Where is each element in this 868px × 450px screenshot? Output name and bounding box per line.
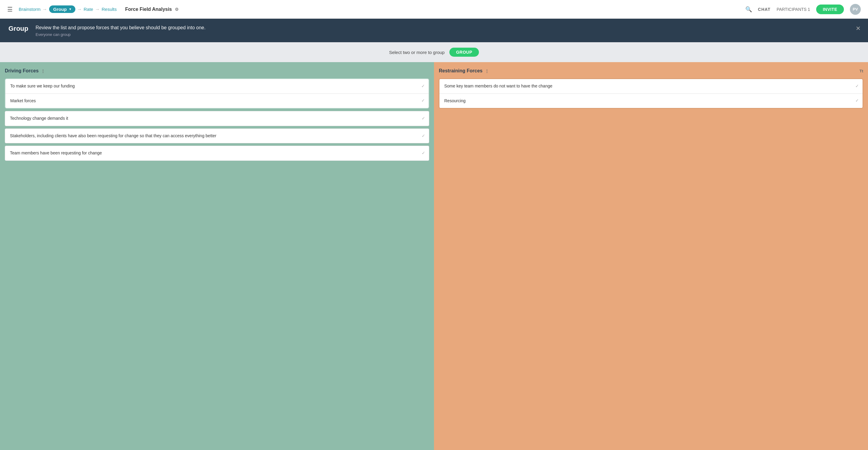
restraining-forces-info-icon[interactable]: ⋮ (485, 69, 489, 73)
nav-step-results[interactable]: Results (101, 7, 117, 12)
card-df5[interactable]: Team members have been requesting for ch… (5, 146, 429, 161)
restraining-forces-column: Restraining Forces ⋮ Tt Some key team me… (434, 62, 868, 450)
tt-icon[interactable]: Tt (860, 69, 863, 73)
step-arrow-2: → (77, 7, 82, 12)
close-icon[interactable]: ✕ (856, 25, 861, 32)
restraining-forces-title: Restraining Forces (439, 68, 483, 73)
check-icon-df1: ✓ (421, 83, 425, 89)
participants-label[interactable]: PARTICIPANTS 1 (777, 7, 810, 12)
group-banner-sub-text: Everyone can group (36, 32, 860, 37)
nav-steps: Brainstorm → Group ▾ → Rate → Results (19, 5, 117, 13)
group-banner-text: Review the list and propose forces that … (36, 24, 860, 37)
card-df1[interactable]: To make sure we keep our funding ✓ (5, 79, 429, 94)
top-nav: ☰ Brainstorm → Group ▾ → Rate → Results … (0, 0, 868, 19)
card-rf1[interactable]: Some key team members do not want to hav… (439, 79, 863, 94)
nav-step-brainstorm[interactable]: Brainstorm (19, 7, 41, 12)
restraining-group-1: Some key team members do not want to hav… (439, 79, 863, 109)
main-content: Driving Forces ⋮ To make sure we keep ou… (0, 62, 868, 450)
card-df4[interactable]: Stakeholders, including clients have als… (5, 128, 429, 144)
select-bar: Select two or more to group GROUP (0, 42, 868, 62)
restraining-forces-header: Restraining Forces ⋮ Tt (439, 68, 863, 73)
avatar[interactable]: PV (850, 4, 861, 15)
driving-forces-column: Driving Forces ⋮ To make sure we keep ou… (0, 62, 434, 450)
check-icon-df2: ✓ (421, 98, 425, 104)
card-rf2[interactable]: Resourcing ✓ (439, 94, 863, 108)
search-icon[interactable]: 🔍 (745, 6, 752, 13)
driving-group-1: To make sure we keep our funding ✓ Marke… (5, 79, 429, 109)
nav-step-group[interactable]: Group ▾ (49, 5, 75, 13)
chat-button[interactable]: CHAT (758, 7, 771, 12)
select-bar-text: Select two or more to group (389, 50, 444, 55)
card-df2[interactable]: Market forces ✓ (5, 94, 429, 108)
group-banner-label: Group (8, 24, 28, 33)
invite-button[interactable]: INVITE (816, 4, 844, 14)
group-dropdown-caret[interactable]: ▾ (69, 7, 71, 11)
group-banner-main-text: Review the list and propose forces that … (36, 24, 860, 31)
nav-right: 🔍 CHAT PARTICIPANTS 1 INVITE PV (745, 4, 861, 15)
group-button[interactable]: GROUP (450, 48, 479, 57)
check-icon-df5: ✓ (422, 150, 425, 156)
check-icon-df4: ✓ (422, 133, 425, 139)
driving-forces-header: Driving Forces ⋮ (5, 68, 429, 73)
page-title: Force Field Analysis (125, 7, 172, 12)
check-icon-rf1: ✓ (855, 83, 859, 89)
check-icon-df3: ✓ (422, 116, 425, 122)
hamburger-icon[interactable]: ☰ (7, 6, 13, 13)
nav-title-area: Force Field Analysis ⚙ (125, 7, 179, 12)
card-df3[interactable]: Technology change demands it ✓ (5, 111, 429, 126)
step-arrow-3: → (95, 7, 100, 12)
driving-forces-title: Driving Forces (5, 68, 38, 73)
driving-forces-info-icon[interactable]: ⋮ (41, 69, 45, 73)
check-icon-rf2: ✓ (855, 98, 859, 104)
nav-step-rate[interactable]: Rate (84, 7, 93, 12)
group-banner: Group Review the list and propose forces… (0, 19, 868, 42)
settings-icon[interactable]: ⚙ (175, 7, 179, 12)
step-arrow-1: → (42, 7, 47, 12)
